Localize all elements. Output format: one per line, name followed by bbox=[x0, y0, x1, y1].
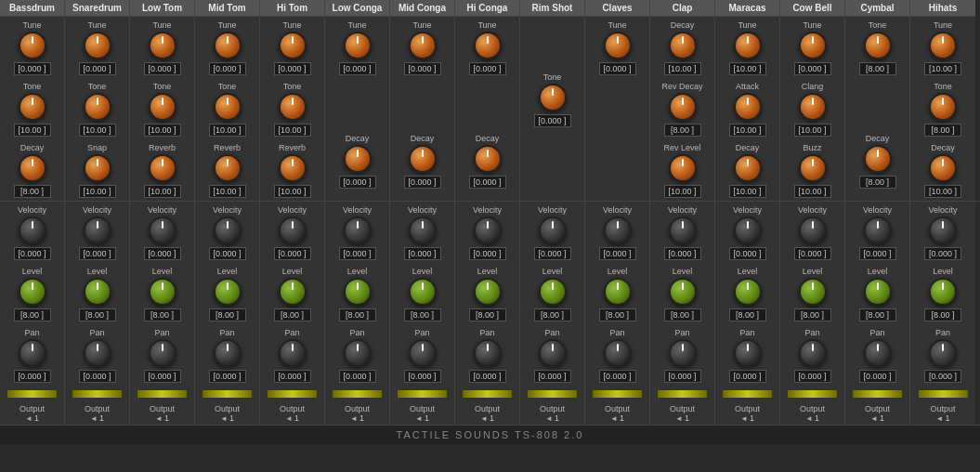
pan-knob-10[interactable] bbox=[669, 339, 697, 367]
velocity-knob-6[interactable] bbox=[409, 216, 437, 244]
value-box-11-0[interactable]: [10.00 ] bbox=[729, 62, 766, 75]
value-box-0-1[interactable]: [10.00 ] bbox=[14, 124, 51, 137]
knob-11-1[interactable] bbox=[734, 93, 762, 121]
knob-4-0[interactable] bbox=[279, 32, 307, 59]
level-value-6[interactable]: [8.00 ] bbox=[404, 308, 441, 321]
value-box-14-0[interactable]: [10.00 ] bbox=[924, 62, 961, 75]
fader-6[interactable] bbox=[397, 389, 448, 399]
pan-knob-13[interactable] bbox=[864, 339, 892, 367]
output-prev-12[interactable]: ◄ bbox=[805, 414, 813, 423]
knob-12-2[interactable] bbox=[799, 154, 827, 182]
fader-14[interactable] bbox=[918, 389, 969, 399]
pan-knob-5[interactable] bbox=[344, 339, 372, 367]
pan-knob-1[interactable] bbox=[84, 339, 111, 367]
level-knob-2[interactable] bbox=[149, 278, 176, 306]
output-prev-5[interactable]: ◄ bbox=[350, 414, 358, 423]
fader-10[interactable] bbox=[657, 389, 708, 399]
level-knob-13[interactable] bbox=[864, 278, 892, 306]
level-value-8[interactable]: [8.00 ] bbox=[534, 308, 571, 321]
pan-knob-3[interactable] bbox=[214, 339, 242, 367]
velocity-knob-9[interactable] bbox=[604, 216, 632, 244]
fader-11[interactable] bbox=[722, 389, 773, 399]
level-value-10[interactable]: [8.00 ] bbox=[664, 308, 701, 321]
velocity-value-9[interactable]: [0.000 ] bbox=[599, 247, 636, 260]
level-knob-14[interactable] bbox=[929, 278, 957, 306]
knob-9-0[interactable] bbox=[604, 32, 632, 59]
value-box-4-1[interactable]: [10.00 ] bbox=[274, 124, 311, 137]
pan-value-13[interactable]: [0.000 ] bbox=[859, 370, 896, 383]
output-prev-14[interactable]: ◄ bbox=[936, 414, 944, 423]
value-box-4-2[interactable]: [10.00 ] bbox=[274, 185, 311, 198]
knob-1-1[interactable] bbox=[84, 93, 111, 121]
pan-value-2[interactable]: [0.000 ] bbox=[144, 370, 181, 383]
level-knob-4[interactable] bbox=[279, 278, 307, 306]
pan-value-14[interactable]: [0.000 ] bbox=[924, 370, 961, 383]
velocity-value-12[interactable]: [0.000 ] bbox=[794, 247, 831, 260]
pan-knob-0[interactable] bbox=[19, 339, 46, 367]
level-value-4[interactable]: [8.00 ] bbox=[274, 308, 311, 321]
level-knob-10[interactable] bbox=[669, 278, 697, 306]
level-knob-0[interactable] bbox=[19, 278, 46, 306]
output-prev-11[interactable]: ◄ bbox=[740, 414, 748, 423]
level-knob-8[interactable] bbox=[539, 278, 567, 306]
knob-12-0[interactable] bbox=[799, 32, 827, 59]
velocity-value-3[interactable]: [0.000 ] bbox=[209, 247, 246, 260]
pan-value-4[interactable]: [0.000 ] bbox=[274, 370, 311, 383]
value-box-8-1[interactable]: [0.000 ] bbox=[534, 114, 571, 127]
value-box-12-1[interactable]: [10.00 ] bbox=[794, 124, 831, 137]
knob-4-2[interactable] bbox=[279, 154, 307, 182]
pan-knob-14[interactable] bbox=[929, 339, 957, 367]
fader-13[interactable] bbox=[852, 389, 903, 399]
pan-value-1[interactable]: [0.000 ] bbox=[79, 370, 116, 383]
pan-knob-12[interactable] bbox=[799, 339, 827, 367]
level-knob-1[interactable] bbox=[84, 278, 111, 306]
pan-value-11[interactable]: [0.000 ] bbox=[729, 370, 766, 383]
knob-3-2[interactable] bbox=[214, 154, 242, 182]
pan-knob-6[interactable] bbox=[409, 339, 437, 367]
knob-2-0[interactable] bbox=[149, 32, 176, 59]
knob-5-2[interactable] bbox=[344, 145, 372, 173]
velocity-knob-3[interactable] bbox=[214, 216, 242, 244]
fader-1[interactable] bbox=[72, 389, 123, 399]
level-value-5[interactable]: [8.00 ] bbox=[339, 308, 376, 321]
value-box-3-0[interactable]: [0.000 ] bbox=[209, 62, 246, 75]
velocity-knob-12[interactable] bbox=[799, 216, 827, 244]
output-prev-3[interactable]: ◄ bbox=[220, 414, 228, 423]
velocity-value-10[interactable]: [0.000 ] bbox=[664, 247, 701, 260]
level-value-1[interactable]: [8.00 ] bbox=[79, 308, 116, 321]
velocity-knob-5[interactable] bbox=[344, 216, 372, 244]
level-knob-6[interactable] bbox=[409, 278, 437, 306]
knob-2-2[interactable] bbox=[149, 154, 176, 182]
knob-6-0[interactable] bbox=[409, 32, 437, 59]
knob-0-0[interactable] bbox=[19, 32, 46, 59]
knob-7-2[interactable] bbox=[474, 145, 502, 173]
pan-value-6[interactable]: [0.000 ] bbox=[404, 370, 441, 383]
level-knob-9[interactable] bbox=[604, 278, 632, 306]
knob-10-1[interactable] bbox=[669, 93, 697, 121]
fader-4[interactable] bbox=[267, 389, 318, 399]
value-box-5-2[interactable]: [0.000 ] bbox=[339, 176, 376, 189]
knob-2-1[interactable] bbox=[149, 93, 176, 121]
value-box-3-1[interactable]: [10.00 ] bbox=[209, 124, 246, 137]
velocity-knob-11[interactable] bbox=[734, 216, 762, 244]
level-knob-11[interactable] bbox=[734, 278, 762, 306]
velocity-value-5[interactable]: [0.000 ] bbox=[339, 247, 376, 260]
pan-value-9[interactable]: [0.000 ] bbox=[599, 370, 636, 383]
pan-knob-11[interactable] bbox=[734, 339, 762, 367]
knob-3-0[interactable] bbox=[214, 32, 242, 59]
value-box-1-2[interactable]: [10.00 ] bbox=[79, 185, 116, 198]
pan-knob-4[interactable] bbox=[279, 339, 307, 367]
level-value-7[interactable]: [8.00 ] bbox=[469, 308, 506, 321]
level-value-2[interactable]: [8.00 ] bbox=[144, 308, 181, 321]
fader-2[interactable] bbox=[137, 389, 188, 399]
knob-14-0[interactable] bbox=[929, 32, 957, 59]
pan-value-5[interactable]: [0.000 ] bbox=[339, 370, 376, 383]
output-prev-7[interactable]: ◄ bbox=[480, 414, 488, 423]
value-box-12-0[interactable]: [0.000 ] bbox=[794, 62, 831, 75]
level-value-3[interactable]: [8.00 ] bbox=[209, 308, 246, 321]
velocity-value-2[interactable]: [0.000 ] bbox=[144, 247, 181, 260]
value-box-2-1[interactable]: [10.00 ] bbox=[144, 124, 181, 137]
level-value-14[interactable]: [8.00 ] bbox=[924, 308, 961, 321]
value-box-10-2[interactable]: [10.00 ] bbox=[664, 185, 701, 198]
knob-7-0[interactable] bbox=[474, 32, 502, 59]
